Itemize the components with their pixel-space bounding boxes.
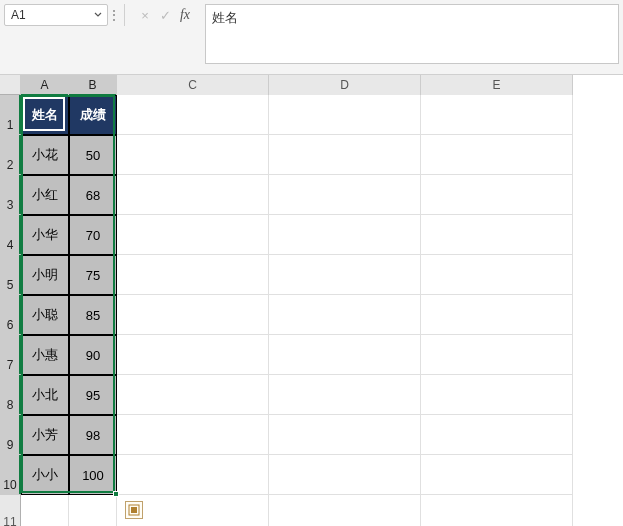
cell-E9[interactable] [421, 415, 573, 455]
cell-A8[interactable]: 小北 [21, 375, 69, 415]
cell-E2[interactable] [421, 135, 573, 175]
cell-C9[interactable] [117, 415, 269, 455]
cell-E6[interactable] [421, 295, 573, 335]
cell-B3[interactable]: 68 [69, 175, 117, 215]
cell-A6[interactable]: 小聪 [21, 295, 69, 335]
cell-C6[interactable] [117, 295, 269, 335]
paste-options-icon[interactable] [125, 501, 143, 519]
row-headers: 1234567891011 [0, 95, 21, 526]
formula-input[interactable]: 姓名 [205, 4, 619, 64]
cell-B10[interactable]: 100 [69, 455, 117, 495]
cell-D6[interactable] [269, 295, 421, 335]
cell-B4[interactable]: 70 [69, 215, 117, 255]
formula-bar: A1 ⋮ × ✓ fx 姓名 [0, 0, 623, 75]
cell-E10[interactable] [421, 455, 573, 495]
row-header-2[interactable]: 2 [0, 135, 20, 175]
cell-A11[interactable] [21, 495, 69, 526]
column-header-B[interactable]: B [69, 75, 117, 95]
row-header-5[interactable]: 5 [0, 255, 20, 295]
cell-D10[interactable] [269, 455, 421, 495]
cell-A9[interactable]: 小芳 [21, 415, 69, 455]
row-header-8[interactable]: 8 [0, 375, 20, 415]
cell-B5[interactable]: 75 [69, 255, 117, 295]
column-header-A[interactable]: A [21, 75, 69, 95]
cell-D3[interactable] [269, 175, 421, 215]
cell-B1[interactable]: 成绩 [69, 95, 117, 135]
cell-E5[interactable] [421, 255, 573, 295]
cell-E8[interactable] [421, 375, 573, 415]
cell-C8[interactable] [117, 375, 269, 415]
row-header-10[interactable]: 10 [0, 455, 20, 495]
cell-D4[interactable] [269, 215, 421, 255]
cell-B8[interactable]: 95 [69, 375, 117, 415]
cell-D8[interactable] [269, 375, 421, 415]
cell-C3[interactable] [117, 175, 269, 215]
cell-A3[interactable]: 小红 [21, 175, 69, 215]
cell-C7[interactable] [117, 335, 269, 375]
formula-buttons: × ✓ fx [129, 4, 201, 26]
cell-A1[interactable]: 姓名 [21, 95, 69, 135]
row-header-7[interactable]: 7 [0, 335, 20, 375]
spreadsheet-grid[interactable]: ABCDE 1234567891011 姓名成绩小花50小红68小华70小明75… [0, 75, 623, 526]
cell-D5[interactable] [269, 255, 421, 295]
column-header-D[interactable]: D [269, 75, 421, 95]
cell-C10[interactable] [117, 455, 269, 495]
cell-E11[interactable] [421, 495, 573, 526]
cell-A5[interactable]: 小明 [21, 255, 69, 295]
svg-rect-1 [131, 507, 137, 513]
cell-C4[interactable] [117, 215, 269, 255]
cell-E1[interactable] [421, 95, 573, 135]
cancel-icon[interactable]: × [135, 4, 155, 26]
row-header-6[interactable]: 6 [0, 295, 20, 335]
cell-D9[interactable] [269, 415, 421, 455]
column-headers: ABCDE [21, 75, 573, 95]
column-header-E[interactable]: E [421, 75, 573, 95]
cell-D2[interactable] [269, 135, 421, 175]
cell-A4[interactable]: 小华 [21, 215, 69, 255]
cell-B11[interactable] [69, 495, 117, 526]
cell-D1[interactable] [269, 95, 421, 135]
select-all-corner[interactable] [0, 75, 21, 95]
cell-A10[interactable]: 小小 [21, 455, 69, 495]
cell-E7[interactable] [421, 335, 573, 375]
name-box[interactable]: A1 [4, 4, 108, 26]
cell-B9[interactable]: 98 [69, 415, 117, 455]
row-header-4[interactable]: 4 [0, 215, 20, 255]
cell-C5[interactable] [117, 255, 269, 295]
row-header-9[interactable]: 9 [0, 415, 20, 455]
row-header-3[interactable]: 3 [0, 175, 20, 215]
row-header-11[interactable]: 11 [0, 495, 20, 526]
cell-D7[interactable] [269, 335, 421, 375]
cell-A2[interactable]: 小花 [21, 135, 69, 175]
cells-area[interactable]: 姓名成绩小花50小红68小华70小明75小聪85小惠90小北95小芳98小小10… [21, 95, 623, 526]
row-header-1[interactable]: 1 [0, 95, 20, 135]
cell-A7[interactable]: 小惠 [21, 335, 69, 375]
cell-B6[interactable]: 85 [69, 295, 117, 335]
cell-C2[interactable] [117, 135, 269, 175]
separator [124, 4, 125, 26]
cell-D11[interactable] [269, 495, 421, 526]
cell-B7[interactable]: 90 [69, 335, 117, 375]
fx-icon[interactable]: fx [175, 4, 195, 26]
name-box-value: A1 [11, 8, 26, 22]
chevron-down-icon[interactable] [93, 10, 103, 20]
cell-E3[interactable] [421, 175, 573, 215]
confirm-icon[interactable]: ✓ [155, 4, 175, 26]
cell-C1[interactable] [117, 95, 269, 135]
drag-dots-icon[interactable]: ⋮ [108, 4, 120, 26]
cell-B2[interactable]: 50 [69, 135, 117, 175]
column-header-C[interactable]: C [117, 75, 269, 95]
cell-E4[interactable] [421, 215, 573, 255]
